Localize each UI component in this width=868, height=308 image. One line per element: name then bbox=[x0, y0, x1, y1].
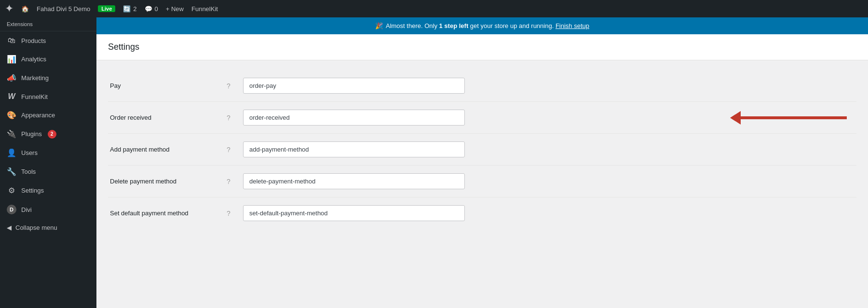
label-add-payment: Add payment method bbox=[108, 146, 214, 153]
funnelkit-icon: W bbox=[7, 92, 16, 101]
input-delete-payment[interactable] bbox=[243, 173, 465, 189]
sync-count: 2 bbox=[133, 5, 136, 13]
input-wrap-add-payment bbox=[243, 141, 856, 157]
red-arrow bbox=[731, 111, 847, 125]
arrow-head bbox=[730, 111, 741, 125]
sidebar-item-analytics[interactable]: 📊 Analytics bbox=[0, 50, 96, 69]
notice-text: Almost there. Only 1 step left get your … bbox=[386, 22, 589, 29]
sidebar-item-divi[interactable]: D Divi bbox=[0, 200, 96, 219]
sidebar-label-analytics: Analytics bbox=[21, 56, 46, 63]
tools-icon: 🔧 bbox=[7, 167, 16, 176]
input-order-received[interactable] bbox=[243, 110, 465, 126]
input-pay[interactable] bbox=[243, 78, 465, 94]
settings-icon: ⚙ bbox=[7, 186, 16, 195]
sidebar-label-marketing: Marketing bbox=[21, 74, 49, 82]
sidebar-item-plugins[interactable]: 🔌 Plugins 2 bbox=[0, 125, 96, 143]
live-badge: Live bbox=[98, 5, 115, 12]
main-content: 🎉 Almost there. Only 1 step left get you… bbox=[96, 17, 868, 308]
sidebar-item-funnelkit[interactable]: W FunnelKit bbox=[0, 87, 96, 106]
plugins-icon: 🔌 bbox=[7, 129, 16, 139]
site-name[interactable]: Fahad Divi 5 Demo bbox=[37, 5, 90, 13]
sidebar-label-appearance: Appearance bbox=[21, 112, 55, 119]
users-icon: 👤 bbox=[7, 148, 16, 157]
sidebar-item-products[interactable]: 🛍 Products bbox=[0, 31, 96, 50]
page-title: Settings bbox=[108, 42, 856, 52]
home-icon[interactable]: 🏠 bbox=[21, 5, 29, 13]
help-icon-add-payment[interactable]: ? bbox=[224, 146, 233, 154]
notice-bold: 1 step left bbox=[439, 22, 469, 29]
page-content: Settings Pay ? Order received ? bbox=[96, 34, 868, 238]
collapse-label: Collapse menu bbox=[15, 224, 57, 231]
sidebar-item-users[interactable]: 👤 Users bbox=[0, 143, 96, 162]
sidebar: Extensions 🛍 Products 📊 Analytics 📣 Mark… bbox=[0, 17, 96, 308]
collapse-icon: ◀ bbox=[7, 224, 12, 231]
form-row-delete-payment: Delete payment method ? bbox=[108, 166, 856, 197]
label-delete-payment: Delete payment method bbox=[108, 178, 214, 185]
sidebar-label-divi: Divi bbox=[21, 206, 32, 213]
form-row-order-received: Order received ? bbox=[108, 102, 856, 134]
sidebar-item-tools[interactable]: 🔧 Tools bbox=[0, 162, 96, 181]
form-row-set-default-payment: Set default payment method ? bbox=[108, 197, 856, 229]
arrow-shaft bbox=[741, 116, 847, 119]
sync-item[interactable]: 🔄 2 bbox=[123, 5, 136, 13]
input-wrap-delete-payment bbox=[243, 173, 856, 189]
sidebar-item-appearance[interactable]: 🎨 Appearance bbox=[0, 106, 96, 125]
divi-icon: D bbox=[7, 205, 16, 214]
label-order-received: Order received bbox=[108, 114, 214, 121]
wp-logo-icon[interactable]: ✦ bbox=[5, 2, 14, 15]
input-set-default-payment[interactable] bbox=[243, 205, 465, 221]
collapse-menu[interactable]: ◀ Collapse menu bbox=[0, 219, 96, 236]
sidebar-item-settings[interactable]: ⚙ Settings bbox=[0, 181, 96, 200]
sidebar-label-users: Users bbox=[21, 149, 38, 156]
label-pay: Pay bbox=[108, 82, 214, 89]
appearance-icon: 🎨 bbox=[7, 111, 16, 120]
admin-bar: ✦ 🏠 Fahad Divi 5 Demo Live 🔄 2 💬 0 + New… bbox=[0, 0, 868, 17]
comments-icon: 💬 bbox=[145, 5, 152, 13]
help-icon-delete-payment[interactable]: ? bbox=[224, 178, 233, 185]
form-row-pay: Pay ? bbox=[108, 70, 856, 102]
sidebar-label-funnelkit: FunnelKit bbox=[21, 93, 48, 100]
input-wrap-pay bbox=[243, 78, 856, 94]
sidebar-label-products: Products bbox=[21, 37, 46, 44]
marketing-icon: 📣 bbox=[7, 73, 16, 83]
sidebar-label-tools: Tools bbox=[21, 168, 36, 175]
notice-emoji: 🎉 bbox=[375, 22, 383, 29]
form-row-add-payment: Add payment method ? bbox=[108, 134, 856, 166]
label-set-default-payment: Set default payment method bbox=[108, 210, 214, 217]
sidebar-label-plugins: Plugins bbox=[21, 130, 42, 138]
settings-header: Settings bbox=[96, 34, 868, 60]
sidebar-label-settings: Settings bbox=[21, 187, 44, 194]
input-wrap-set-default-payment bbox=[243, 205, 856, 221]
notice-bar: 🎉 Almost there. Only 1 step left get you… bbox=[96, 17, 868, 34]
funnelkit-menu[interactable]: FunnelKit bbox=[191, 5, 218, 13]
settings-body: Pay ? Order received ? bbox=[96, 60, 868, 238]
input-add-payment[interactable] bbox=[243, 141, 465, 157]
analytics-icon: 📊 bbox=[7, 55, 16, 64]
comments-count: 0 bbox=[155, 5, 158, 13]
sync-icon: 🔄 bbox=[123, 5, 131, 13]
plugins-badge: 2 bbox=[48, 130, 56, 139]
comments-item[interactable]: 💬 0 bbox=[145, 5, 158, 13]
products-icon: 🛍 bbox=[7, 36, 16, 45]
layout: Extensions 🛍 Products 📊 Analytics 📣 Mark… bbox=[0, 17, 868, 308]
help-icon-order-received[interactable]: ? bbox=[224, 114, 233, 122]
help-icon-set-default-payment[interactable]: ? bbox=[224, 210, 233, 217]
help-icon-pay[interactable]: ? bbox=[224, 82, 233, 90]
new-button[interactable]: + New bbox=[166, 5, 184, 13]
sidebar-item-marketing[interactable]: 📣 Marketing bbox=[0, 69, 96, 87]
finish-setup-link[interactable]: Finish setup bbox=[556, 22, 589, 29]
extensions-label: Extensions bbox=[0, 17, 96, 31]
